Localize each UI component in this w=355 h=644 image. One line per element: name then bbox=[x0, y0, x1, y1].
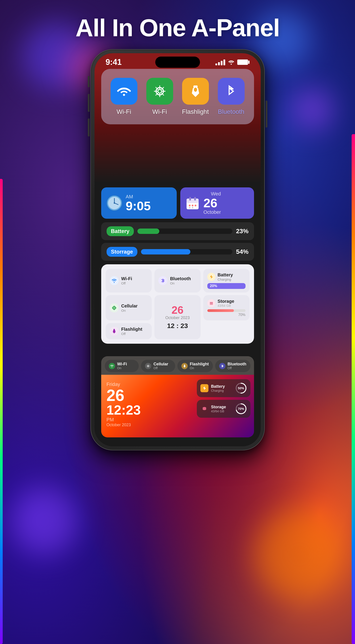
btm-chip-cellular[interactable]: Cellular Off bbox=[141, 360, 175, 372]
date-widget[interactable]: Wed 26 October bbox=[180, 188, 254, 219]
battery-percent: 23% bbox=[236, 228, 248, 235]
batt-badge: 20% bbox=[207, 283, 246, 289]
storage-fill bbox=[141, 249, 190, 254]
btm-flash-text: Flashlight On bbox=[190, 362, 209, 370]
svg-rect-24 bbox=[113, 329, 115, 330]
storage-percent: 54% bbox=[236, 248, 248, 255]
svg-point-23 bbox=[212, 303, 213, 304]
date-month: October bbox=[204, 209, 221, 215]
power-button bbox=[266, 100, 267, 128]
bottom-section: Wi-Fi On bbox=[94, 356, 261, 446]
widgets-area: AM 9:05 bbox=[94, 183, 261, 356]
bdo-time: 12:23 bbox=[107, 404, 141, 417]
cdt-time: 12 : 23 bbox=[167, 322, 188, 330]
btm-flash-label: Flashlight bbox=[190, 362, 209, 366]
btm-storage-text: Storage 43/64 GB bbox=[211, 405, 233, 413]
cdt-month: October 2023 bbox=[165, 316, 190, 320]
btm-storage-card[interactable]: Storage 43/64 GB 70% bbox=[197, 400, 250, 418]
btm-bt-sub: Off bbox=[228, 366, 246, 370]
widget-icons-row: Wi-Fi Wi-Fi bbox=[111, 78, 245, 116]
storage-pct-small: 70% bbox=[207, 313, 246, 317]
time-info: AM 9:05 bbox=[126, 194, 151, 212]
btm-storage-sub: 43/64 GB bbox=[211, 410, 233, 413]
btm-wifi-sub: On bbox=[117, 366, 127, 370]
storage-label: Storage bbox=[218, 299, 234, 304]
svg-point-2 bbox=[158, 90, 161, 93]
mini-cellular-icon bbox=[110, 304, 119, 312]
phone-screen: 9:41 bbox=[94, 53, 261, 446]
storage-icon bbox=[207, 299, 215, 307]
batt-icon bbox=[207, 273, 215, 281]
wifi-status-icon bbox=[228, 60, 235, 65]
mini-cellular-widget[interactable]: Cellular On bbox=[106, 295, 152, 320]
signal-bars bbox=[215, 59, 225, 65]
mini-flash-icon bbox=[110, 327, 119, 336]
storage-circle-progress: 70% bbox=[235, 403, 247, 414]
title-section: All In One A-Panel bbox=[0, 14, 355, 42]
btm-battery-card[interactable]: Battery Charging 50% bbox=[197, 379, 250, 397]
btm-chip-bluetooth[interactable]: Bluetooth Off bbox=[215, 360, 250, 372]
cdt-date: 26 bbox=[172, 305, 183, 316]
bottom-right-widgets: Battery Charging 50% bbox=[197, 379, 250, 418]
widget-icon-wifi2[interactable]: Wi-Fi bbox=[146, 78, 173, 116]
calendar-icon bbox=[185, 195, 200, 211]
battery-fill bbox=[137, 228, 159, 234]
dynamic-island bbox=[155, 56, 200, 68]
mini-wifi-widget[interactable]: Wi-Fi Off bbox=[106, 269, 152, 292]
bottom-widget-box: Wi-Fi On bbox=[101, 356, 254, 438]
mini-wifi-label: Wi-Fi bbox=[121, 276, 132, 281]
svg-point-0 bbox=[231, 64, 232, 64]
svg-point-17 bbox=[189, 207, 190, 208]
mini-flash-label: Flashlight bbox=[121, 327, 142, 332]
svg-point-15 bbox=[192, 204, 193, 206]
storage-fill-small bbox=[207, 309, 234, 312]
btm-chip-wifi[interactable]: Wi-Fi On bbox=[105, 360, 139, 372]
wifi2-label: Wi-Fi bbox=[152, 108, 167, 116]
mini-battery-charging-widget[interactable]: Battery Charging 20% bbox=[203, 269, 250, 292]
mini-bluetooth-widget[interactable]: Bluetooth On bbox=[154, 269, 201, 292]
btm-chip-flashlight[interactable]: Flashlight On bbox=[177, 360, 213, 372]
time-date-row: AM 9:05 bbox=[101, 188, 254, 219]
status-time: 9:41 bbox=[106, 58, 122, 67]
bokeh-4 bbox=[293, 90, 333, 130]
btm-flash-icon bbox=[181, 363, 188, 369]
signal-bar-4 bbox=[223, 60, 225, 65]
battery-circle-pct: 50% bbox=[235, 382, 247, 394]
time-widget[interactable]: AM 9:05 bbox=[101, 188, 177, 219]
btm-wifi-icon bbox=[109, 363, 115, 369]
big-widget-grid: Wi-Fi Off Bluetooth On bbox=[101, 264, 254, 344]
btm-bt-icon bbox=[219, 363, 225, 369]
signal-bar-1 bbox=[215, 64, 217, 65]
batt-sub: Charging bbox=[218, 278, 233, 281]
battery-label: Battery bbox=[107, 226, 134, 236]
phone-frame: 9:41 bbox=[90, 49, 265, 450]
widget-panel-overlay: Wi-Fi Wi-Fi bbox=[101, 69, 254, 124]
mini-flashlight-widget[interactable]: Flashlight Off bbox=[106, 323, 152, 339]
silent-switch bbox=[88, 76, 90, 87]
center-datetime-widget: 26 October 2023 12 : 23 bbox=[154, 295, 201, 339]
svg-point-4 bbox=[194, 88, 197, 92]
storage-label: Storrage bbox=[107, 247, 138, 257]
widget-icon-flashlight[interactable]: Flashlight bbox=[182, 78, 209, 116]
mini-bt-text: Bluetooth On bbox=[170, 276, 191, 285]
signal-bar-2 bbox=[218, 62, 220, 65]
btm-battery-sub: Charging bbox=[211, 389, 233, 392]
battery-circle-progress: 50% bbox=[235, 382, 247, 394]
widget-icon-wifi1[interactable]: Wi-Fi bbox=[111, 78, 137, 116]
storage-track bbox=[141, 249, 232, 254]
flash-icon-box bbox=[182, 78, 209, 105]
btm-flash-sub: On bbox=[190, 366, 209, 370]
battery-tip bbox=[248, 60, 250, 64]
btm-cellular-label: Cellular bbox=[153, 362, 168, 366]
bdo-month: October 2023 bbox=[107, 422, 141, 427]
storage-sub: 43/64 GB bbox=[218, 304, 234, 308]
svg-point-27 bbox=[148, 366, 148, 366]
widget-icon-bluetooth[interactable]: Bluetooth bbox=[218, 78, 245, 116]
storage-bar-small bbox=[207, 309, 246, 312]
volume-down-button bbox=[88, 118, 90, 136]
status-bar: 9:41 bbox=[94, 53, 261, 71]
battery-body bbox=[237, 60, 248, 65]
mini-storage-widget[interactable]: Storage 43/64 GB 70% bbox=[203, 295, 250, 320]
btm-battery-label: Battery bbox=[211, 384, 233, 389]
mini-cellular-sub: On bbox=[121, 308, 138, 312]
